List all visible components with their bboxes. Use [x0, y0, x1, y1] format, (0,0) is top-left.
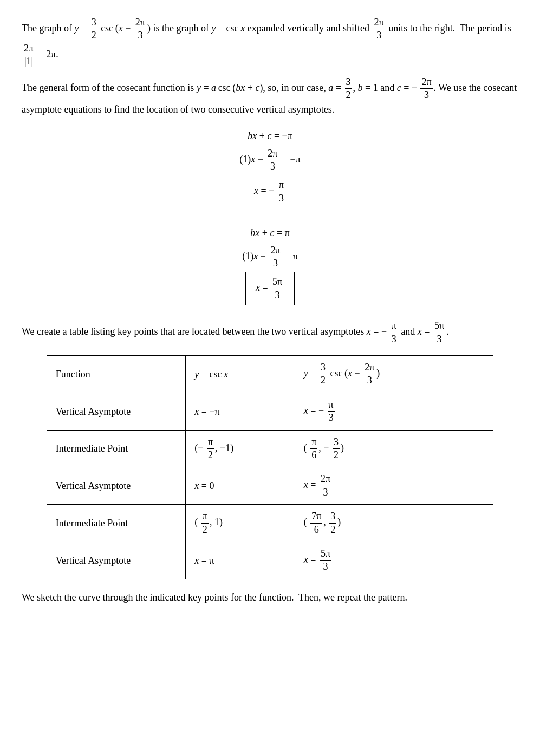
table-row: Intermediate Point ( π2, 1) ( 7π6, 32) [47, 505, 493, 542]
row2-transformed: ( π6, − 32) [295, 430, 493, 467]
equation-block-2: bx + c = π (1)x − 2π3 = π x = 5π3 [22, 223, 518, 308]
eq2-line1: bx + c = π [22, 223, 518, 244]
row2-cscx: (− π2, −1) [186, 430, 295, 467]
row3-cscx: x = 0 [186, 467, 295, 505]
row4-cscx: ( π2, 1) [186, 505, 295, 542]
table-intro-paragraph: We create a table listing key points tha… [22, 320, 518, 346]
eq1-line2: (1)x − 2π3 = −π [22, 147, 518, 173]
row4-label: Intermediate Point [47, 505, 185, 542]
row2-label: Intermediate Point [47, 430, 185, 467]
row1-transformed: x = − π3 [295, 393, 493, 430]
table-row: Vertical Asymptote x = π x = 5π3 [47, 542, 493, 579]
row1-cscx: x = −π [186, 393, 295, 430]
col-header-transformed: y = 32 csc (x − 2π3) [295, 356, 493, 393]
general-form-paragraph: The general form of the cosecant functio… [22, 76, 518, 118]
conclusion-paragraph: We sketch the curve through the indicate… [22, 589, 518, 606]
table-header-row: Function y = csc x y = 32 csc (x − 2π3) [47, 356, 493, 393]
table-row: Vertical Asymptote x = 0 x = 2π3 [47, 467, 493, 505]
col-header-function: Function [47, 356, 185, 393]
eq1-boxed: x = − π3 [22, 173, 518, 211]
key-points-table: Function y = csc x y = 32 csc (x − 2π3) … [47, 355, 493, 579]
row5-label: Vertical Asymptote [47, 542, 185, 579]
col-header-cscx: y = csc x [186, 356, 295, 393]
eq2-line2: (1)x − 2π3 = π [22, 244, 518, 270]
row5-cscx: x = π [186, 542, 295, 579]
row3-label: Vertical Asymptote [47, 467, 185, 505]
table-row: Intermediate Point (− π2, −1) ( π6, − 32… [47, 430, 493, 467]
table-row: Vertical Asymptote x = −π x = − π3 [47, 393, 493, 430]
eq2-boxed: x = 5π3 [22, 270, 518, 308]
row4-transformed: ( 7π6, 32) [295, 505, 493, 542]
row3-transformed: x = 2π3 [295, 467, 493, 505]
intro-paragraph: The graph of y = 32 csc (x − 2π3) is the… [22, 16, 518, 68]
equation-block-1: bx + c = −π (1)x − 2π3 = −π x = − π3 [22, 126, 518, 211]
row5-transformed: x = 5π3 [295, 542, 493, 579]
row1-label: Vertical Asymptote [47, 393, 185, 430]
eq1-line1: bx + c = −π [22, 126, 518, 147]
